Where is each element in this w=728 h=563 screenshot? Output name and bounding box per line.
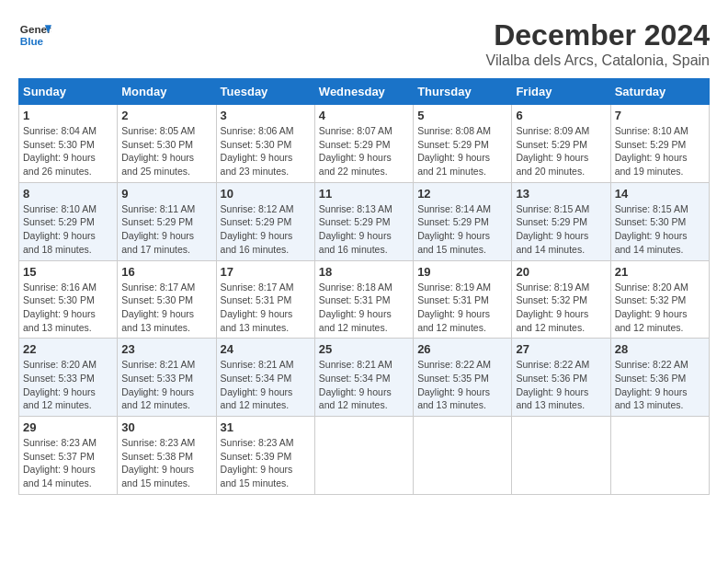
day-number: 4 — [319, 109, 409, 122]
calendar-cell: 31 Sunrise: 8:23 AM Sunset: 5:39 PM Dayl… — [216, 417, 314, 495]
day-number: 23 — [121, 342, 211, 356]
title-block: December 2024 Vilalba dels Arcs, Catalon… — [486, 18, 710, 69]
day-number: 15 — [23, 265, 113, 279]
calendar-cell: 28 Sunrise: 8:22 AM Sunset: 5:36 PM Dayl… — [610, 339, 709, 417]
calendar-cell — [512, 417, 610, 495]
logo-icon: General Blue — [18, 18, 51, 52]
day-number: 8 — [23, 187, 113, 201]
calendar-cell: 12 Sunrise: 8:14 AM Sunset: 5:29 PM Dayl… — [414, 182, 512, 260]
day-info: Sunrise: 8:05 AM Sunset: 5:30 PM Dayligh… — [121, 124, 211, 178]
day-number: 17 — [221, 265, 311, 279]
calendar-cell: 20 Sunrise: 8:19 AM Sunset: 5:32 PM Dayl… — [512, 260, 610, 339]
day-header-wednesday: Wednesday — [314, 79, 413, 105]
day-header-tuesday: Tuesday — [216, 79, 314, 105]
day-info: Sunrise: 8:11 AM Sunset: 5:29 PM Dayligh… — [121, 202, 211, 257]
day-number: 20 — [516, 265, 606, 279]
calendar-cell — [414, 417, 512, 495]
day-number: 1 — [23, 109, 113, 122]
calendar-cell: 19 Sunrise: 8:19 AM Sunset: 5:31 PM Dayl… — [414, 260, 512, 339]
day-number: 19 — [417, 265, 507, 279]
day-header-monday: Monday — [118, 79, 216, 105]
calendar-cell: 4 Sunrise: 8:07 AM Sunset: 5:29 PM Dayli… — [314, 105, 413, 183]
calendar-cell: 2 Sunrise: 8:05 AM Sunset: 5:30 PM Dayli… — [118, 105, 216, 183]
calendar-week-4: 22 Sunrise: 8:20 AM Sunset: 5:33 PM Dayl… — [19, 339, 710, 417]
day-number: 27 — [516, 342, 606, 356]
page-header: General Blue December 2024 Vilalba dels … — [18, 18, 710, 69]
day-number: 30 — [121, 420, 211, 434]
calendar-cell: 21 Sunrise: 8:20 AM Sunset: 5:32 PM Dayl… — [610, 260, 709, 339]
calendar-cell: 17 Sunrise: 8:17 AM Sunset: 5:31 PM Dayl… — [216, 260, 314, 339]
calendar-week-3: 15 Sunrise: 8:16 AM Sunset: 5:30 PM Dayl… — [19, 260, 710, 339]
calendar-cell: 30 Sunrise: 8:23 AM Sunset: 5:38 PM Dayl… — [118, 417, 216, 495]
day-number: 3 — [221, 109, 311, 122]
day-header-thursday: Thursday — [414, 79, 512, 105]
day-info: Sunrise: 8:17 AM Sunset: 5:30 PM Dayligh… — [121, 281, 211, 335]
calendar-cell: 15 Sunrise: 8:16 AM Sunset: 5:30 PM Dayl… — [19, 260, 118, 339]
day-info: Sunrise: 8:23 AM Sunset: 5:39 PM Dayligh… — [221, 436, 311, 490]
calendar-cell: 27 Sunrise: 8:22 AM Sunset: 5:36 PM Dayl… — [512, 339, 610, 417]
day-number: 5 — [417, 109, 507, 122]
calendar-cell: 24 Sunrise: 8:21 AM Sunset: 5:34 PM Dayl… — [216, 339, 314, 417]
day-number: 13 — [516, 187, 606, 201]
calendar-cell: 14 Sunrise: 8:15 AM Sunset: 5:30 PM Dayl… — [610, 182, 709, 260]
day-info: Sunrise: 8:20 AM Sunset: 5:33 PM Dayligh… — [23, 358, 113, 412]
main-title: December 2024 — [486, 18, 710, 52]
calendar-cell: 6 Sunrise: 8:09 AM Sunset: 5:29 PM Dayli… — [512, 105, 610, 183]
calendar-cell: 22 Sunrise: 8:20 AM Sunset: 5:33 PM Dayl… — [19, 339, 118, 417]
day-number: 21 — [615, 265, 705, 279]
calendar-cell: 13 Sunrise: 8:15 AM Sunset: 5:29 PM Dayl… — [512, 182, 610, 260]
day-number: 2 — [121, 109, 211, 122]
calendar-cell: 9 Sunrise: 8:11 AM Sunset: 5:29 PM Dayli… — [118, 182, 216, 260]
calendar-cell: 23 Sunrise: 8:21 AM Sunset: 5:33 PM Dayl… — [118, 339, 216, 417]
calendar-cell: 11 Sunrise: 8:13 AM Sunset: 5:29 PM Dayl… — [314, 182, 413, 260]
day-number: 24 — [221, 342, 311, 356]
day-info: Sunrise: 8:19 AM Sunset: 5:31 PM Dayligh… — [417, 281, 507, 335]
calendar-cell: 25 Sunrise: 8:21 AM Sunset: 5:34 PM Dayl… — [314, 339, 413, 417]
calendar-cell: 8 Sunrise: 8:10 AM Sunset: 5:29 PM Dayli… — [19, 182, 118, 260]
day-info: Sunrise: 8:20 AM Sunset: 5:32 PM Dayligh… — [615, 281, 705, 335]
day-info: Sunrise: 8:13 AM Sunset: 5:29 PM Dayligh… — [319, 202, 409, 257]
day-info: Sunrise: 8:09 AM Sunset: 5:29 PM Dayligh… — [516, 124, 606, 178]
day-info: Sunrise: 8:06 AM Sunset: 5:30 PM Dayligh… — [221, 124, 311, 178]
calendar-cell: 5 Sunrise: 8:08 AM Sunset: 5:29 PM Dayli… — [414, 105, 512, 183]
day-info: Sunrise: 8:19 AM Sunset: 5:32 PM Dayligh… — [516, 281, 606, 335]
calendar-cell: 16 Sunrise: 8:17 AM Sunset: 5:30 PM Dayl… — [118, 260, 216, 339]
calendar-cell: 29 Sunrise: 8:23 AM Sunset: 5:37 PM Dayl… — [19, 417, 118, 495]
day-info: Sunrise: 8:15 AM Sunset: 5:29 PM Dayligh… — [516, 202, 606, 257]
calendar-week-2: 8 Sunrise: 8:10 AM Sunset: 5:29 PM Dayli… — [19, 182, 710, 260]
calendar-week-1: 1 Sunrise: 8:04 AM Sunset: 5:30 PM Dayli… — [19, 105, 710, 183]
calendar-cell: 3 Sunrise: 8:06 AM Sunset: 5:30 PM Dayli… — [216, 105, 314, 183]
day-header-saturday: Saturday — [610, 79, 709, 105]
day-number: 12 — [417, 187, 507, 201]
calendar-cell — [610, 417, 709, 495]
day-header-sunday: Sunday — [19, 79, 118, 105]
day-number: 29 — [23, 420, 113, 434]
day-info: Sunrise: 8:18 AM Sunset: 5:31 PM Dayligh… — [319, 281, 409, 335]
day-info: Sunrise: 8:22 AM Sunset: 5:36 PM Dayligh… — [516, 358, 606, 412]
day-number: 9 — [121, 187, 211, 201]
day-number: 6 — [516, 109, 606, 122]
day-number: 11 — [319, 187, 409, 201]
day-number: 28 — [615, 342, 705, 356]
day-header-friday: Friday — [512, 79, 610, 105]
calendar-cell: 10 Sunrise: 8:12 AM Sunset: 5:29 PM Dayl… — [216, 182, 314, 260]
day-info: Sunrise: 8:22 AM Sunset: 5:35 PM Dayligh… — [417, 358, 507, 412]
svg-text:Blue: Blue — [20, 35, 44, 47]
calendar-table: SundayMondayTuesdayWednesdayThursdayFrid… — [18, 78, 710, 495]
day-number: 10 — [221, 187, 311, 201]
day-info: Sunrise: 8:10 AM Sunset: 5:29 PM Dayligh… — [615, 124, 705, 178]
day-info: Sunrise: 8:04 AM Sunset: 5:30 PM Dayligh… — [23, 124, 113, 178]
day-info: Sunrise: 8:23 AM Sunset: 5:37 PM Dayligh… — [23, 436, 113, 490]
logo: General Blue — [18, 18, 51, 52]
day-number: 14 — [615, 187, 705, 201]
day-info: Sunrise: 8:12 AM Sunset: 5:29 PM Dayligh… — [221, 202, 311, 257]
calendar-cell: 18 Sunrise: 8:18 AM Sunset: 5:31 PM Dayl… — [314, 260, 413, 339]
calendar-cell — [314, 417, 413, 495]
day-info: Sunrise: 8:16 AM Sunset: 5:30 PM Dayligh… — [23, 281, 113, 335]
day-number: 18 — [319, 265, 409, 279]
day-number: 26 — [417, 342, 507, 356]
day-info: Sunrise: 8:22 AM Sunset: 5:36 PM Dayligh… — [615, 358, 705, 412]
calendar-cell: 26 Sunrise: 8:22 AM Sunset: 5:35 PM Dayl… — [414, 339, 512, 417]
calendar-header-row: SundayMondayTuesdayWednesdayThursdayFrid… — [19, 79, 710, 105]
day-info: Sunrise: 8:14 AM Sunset: 5:29 PM Dayligh… — [417, 202, 507, 257]
